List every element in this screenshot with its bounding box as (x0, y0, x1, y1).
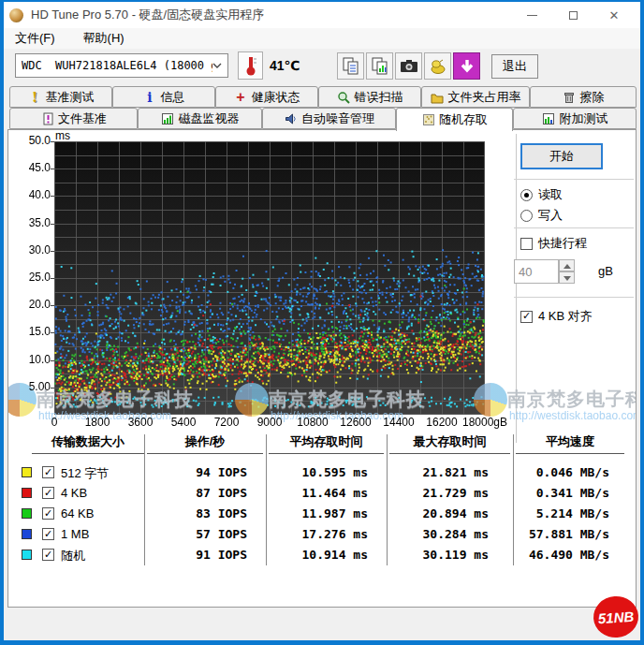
info-icon: i (143, 90, 157, 104)
screenshot-button[interactable] (395, 52, 422, 80)
y-tick-mark (51, 224, 54, 225)
app-icon (9, 8, 23, 22)
series-checkbox[interactable] (42, 507, 54, 520)
tab-aam[interactable]: 自动噪音管理 (262, 108, 396, 129)
temperature-button[interactable] (238, 51, 263, 80)
window-border-left (0, 0, 4, 645)
y-tick-label: 45.0 (8, 161, 51, 174)
random-access-icon (421, 113, 435, 127)
tab-info[interactable]: i 信息 (112, 86, 215, 108)
hand-coins-icon (428, 56, 448, 77)
magnifier-icon (337, 90, 351, 104)
series-color-swatch (22, 550, 32, 560)
toolbar: WDC WUH721818ALE6L4 (18000 gB) 41℃ (4, 49, 640, 84)
series-checkbox[interactable] (42, 487, 54, 499)
maximize-button[interactable] (552, 2, 593, 28)
y-axis-unit: ms (55, 129, 70, 142)
short-stroke-checkbox[interactable]: 快捷行程 (520, 235, 587, 252)
y-tick-mark (51, 305, 54, 306)
series-checkbox[interactable] (42, 528, 54, 540)
copy-text-icon (341, 56, 361, 77)
minimize-icon (527, 15, 537, 16)
thermometer-icon (244, 53, 257, 78)
align-checkbox[interactable]: 4 KB 对齐 (520, 308, 593, 325)
series-color-swatch (22, 508, 32, 519)
y-tick-label: 5.00 (8, 380, 51, 393)
window-title: HD Tune Pro 5.70 - 硬盘/固态硬盘实用程序 (31, 7, 264, 23)
y-tick-mark (51, 360, 54, 361)
radio-dot (520, 189, 533, 201)
stepper-down-button[interactable] (559, 271, 575, 284)
tab-disk-monitor[interactable]: 磁盘监视器 (138, 108, 262, 129)
save-button[interactable] (453, 52, 480, 80)
tab-health[interactable]: + 健康状态 (215, 86, 318, 108)
col-header-iops: 操作/秒 (147, 433, 263, 454)
series-color-swatch (22, 488, 32, 498)
y-tick-label: 35.0 (8, 216, 51, 229)
exit-button[interactable]: 退出 (491, 54, 538, 79)
close-button[interactable]: ✕ (593, 2, 635, 28)
y-tick-label: 25.0 (8, 271, 51, 284)
maximize-icon (569, 11, 578, 20)
col-header-max: 最大存取时间 (389, 433, 510, 454)
y-tick-mark (51, 388, 54, 388)
y-tick-label: 30.0 (8, 243, 51, 257)
y-tick-label: 15.0 (8, 325, 51, 338)
tab-erase[interactable]: 擦除 (530, 86, 637, 108)
copy-image-icon (370, 56, 390, 77)
download-arrow-icon (457, 56, 477, 77)
menu-file[interactable]: 文件(F) (11, 28, 59, 49)
donate-button[interactable] (424, 52, 451, 80)
stepper-up-button[interactable] (559, 259, 575, 271)
minimize-button[interactable] (511, 2, 552, 28)
tab-row-1: ! 基准测试 i 信息 + 健康状态 错误扫描 文件夹占用率 擦除 (9, 86, 637, 108)
window-border-right (640, 0, 644, 645)
checkbox-icon (520, 238, 533, 250)
tab-row-2: 文件基准 磁盘监视器 自动噪音管理 随机存取 附加测试 (9, 108, 637, 129)
start-button[interactable]: 开始 (520, 143, 603, 169)
radio-write[interactable]: 写入 (520, 207, 563, 224)
window-border-bottom (0, 640, 644, 645)
copy-text-button[interactable] (337, 52, 364, 80)
menu-bar: 文件(F) 帮助(H) (4, 28, 640, 49)
y-tick-label: 50.0 (8, 134, 51, 147)
short-stroke-value-input[interactable]: 40 (514, 259, 559, 284)
scatter-plot (54, 141, 485, 415)
health-cross-icon: + (234, 90, 248, 104)
table-row-64kb: 64 KB 83 IOPS 11.987 ms 20.894 ms 5.214 … (8, 505, 637, 524)
temperature-label: 41℃ (270, 58, 300, 73)
drive-select-value: WDC WUH721818ALE6L4 (18000 gB) (22, 59, 212, 72)
tab-file-benchmark[interactable]: 文件基准 (9, 108, 138, 129)
tab-folder-usage[interactable]: 文件夹占用率 (421, 86, 530, 108)
table-row-random: 随机 91 IOPS 10.914 ms 30.119 ms 46.490 MB… (8, 546, 637, 565)
tab-extra-tests[interactable]: 附加测试 (513, 108, 637, 129)
col-header-avg: 平均存取时间 (269, 433, 384, 454)
disk-monitor-icon (161, 111, 175, 125)
radio-read[interactable]: 读取 (520, 186, 563, 203)
checkbox-checked-icon (520, 311, 533, 323)
y-tick-mark (51, 169, 54, 169)
copy-image-button[interactable] (366, 52, 393, 80)
series-color-swatch (22, 467, 32, 477)
y-tick-mark (51, 141, 54, 142)
tab-benchmark[interactable]: ! 基准测试 (9, 86, 112, 108)
table-row-4kb: 4 KB 87 IOPS 11.464 ms 21.729 ms 0.341 M… (8, 484, 637, 504)
series-checkbox[interactable] (42, 466, 54, 478)
y-tick-mark (51, 332, 54, 333)
tab-random-access[interactable]: 随机存取 (396, 108, 513, 131)
speaker-icon (284, 111, 298, 125)
separator (514, 297, 634, 298)
y-tick-label: 20.0 (8, 298, 51, 311)
panel-divider (516, 134, 517, 443)
camera-icon (399, 56, 419, 77)
drive-select[interactable]: WDC WUH721818ALE6L4 (18000 gB) (15, 53, 228, 78)
separator (514, 179, 634, 180)
hd-tune-window: HD Tune Pro 5.70 - 硬盘/固态硬盘实用程序 ✕ 文件(F) 帮… (0, 0, 644, 645)
series-color-swatch (22, 529, 32, 539)
tab-error-scan[interactable]: 错误扫描 (318, 86, 421, 108)
y-tick-label: 10.0 (8, 353, 51, 366)
menu-help[interactable]: 帮助(H) (80, 28, 128, 49)
series-checkbox[interactable] (42, 549, 54, 561)
col-header-speed: 平均速度 (516, 433, 624, 454)
y-tick-mark (51, 251, 54, 252)
